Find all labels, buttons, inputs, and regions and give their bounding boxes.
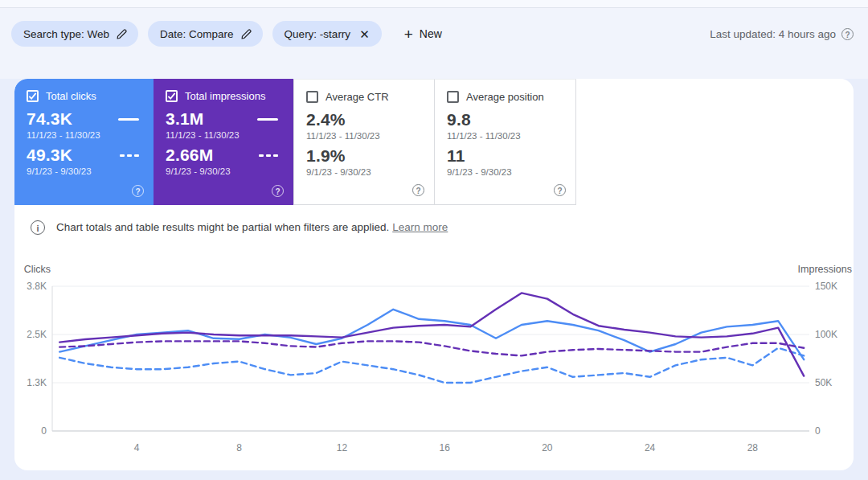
svg-text:Impressions: Impressions	[798, 264, 852, 275]
metric-previous-value: 49.3K	[27, 146, 72, 165]
metric-card-average-position[interactable]: Average position 9.8 11/1/23 - 11/30/23 …	[435, 79, 576, 205]
metric-previous-range: 9/1/23 - 9/30/23	[306, 167, 424, 177]
help-icon[interactable]: ?	[412, 184, 424, 196]
svg-text:28: 28	[747, 442, 759, 453]
new-filter-label: New	[420, 27, 442, 40]
new-filter-button[interactable]: + New	[398, 21, 448, 47]
metric-previous-value: 11	[447, 146, 465, 166]
help-icon[interactable]: ?	[554, 184, 566, 196]
svg-text:2.5K: 2.5K	[27, 329, 47, 340]
performance-chart[interactable]: 001.3K50K2.5K100K3.8K150KClicksImpressio…	[14, 261, 854, 462]
metric-label: Total impressions	[185, 90, 265, 102]
metric-current-range: 11/1/23 - 11/30/23	[27, 130, 144, 140]
help-icon[interactable]: ?	[132, 185, 144, 197]
filter-chip-date[interactable]: Date: Compare	[148, 21, 263, 47]
dashed-line-icon	[259, 154, 278, 157]
svg-text:12: 12	[337, 442, 348, 453]
metric-current-range: 11/1/23 - 11/30/23	[166, 130, 284, 140]
filter-chips: Search type: Web Date: Compare Query: -s…	[11, 21, 448, 47]
checkbox-unchecked-icon[interactable]	[306, 91, 318, 103]
solid-line-icon	[257, 118, 278, 121]
metric-current-value: 74.3K	[27, 109, 72, 129]
chip-label: Query: -starry	[285, 28, 351, 40]
learn-more-link[interactable]: Learn more	[392, 221, 448, 233]
info-icon: i	[31, 220, 45, 235]
last-updated: Last updated: 4 hours ago ?	[710, 21, 854, 47]
metric-label: Total clicks	[46, 90, 96, 102]
filter-bar: Search type: Web Date: Compare Query: -s…	[0, 8, 868, 79]
edit-icon[interactable]	[241, 28, 252, 39]
metric-cards-row: Total clicks 74.3K 11/1/23 - 11/30/23 49…	[14, 79, 854, 205]
svg-text:1.3K: 1.3K	[27, 377, 47, 388]
chip-label: Search type: Web	[23, 28, 109, 40]
solid-line-icon	[118, 118, 139, 121]
svg-text:8: 8	[236, 442, 242, 453]
svg-text:24: 24	[645, 442, 656, 453]
metric-current-value: 3.1M	[166, 109, 204, 129]
filter-chip-search-type[interactable]: Search type: Web	[11, 21, 138, 47]
info-text: Chart totals and table results might be …	[56, 221, 448, 233]
svg-text:3.8K: 3.8K	[27, 281, 47, 292]
filter-chip-query[interactable]: Query: -starry ✕	[272, 21, 382, 47]
svg-text:150K: 150K	[815, 281, 837, 292]
metric-card-total-impressions[interactable]: Total impressions 3.1M 11/1/23 - 11/30/2…	[154, 79, 293, 205]
dashed-line-icon	[120, 154, 139, 157]
checkbox-unchecked-icon[interactable]	[447, 91, 459, 103]
metric-label: Average CTR	[326, 91, 389, 103]
top-strip	[0, 0, 868, 7]
metric-previous-range: 9/1/23 - 9/30/23	[447, 167, 566, 177]
svg-text:16: 16	[439, 442, 450, 453]
checkbox-checked-icon[interactable]	[27, 90, 39, 102]
performance-panel: Total clicks 74.3K 11/1/23 - 11/30/23 49…	[14, 79, 854, 470]
metric-card-total-clicks[interactable]: Total clicks 74.3K 11/1/23 - 11/30/23 49…	[14, 79, 154, 205]
series-dashed-right	[59, 341, 804, 355]
plus-icon: +	[404, 27, 413, 42]
svg-text:0: 0	[41, 425, 47, 437]
svg-text:0: 0	[815, 425, 821, 437]
svg-text:50K: 50K	[815, 377, 832, 388]
svg-text:4: 4	[134, 442, 140, 453]
edit-icon[interactable]	[117, 28, 128, 39]
metric-card-average-ctr[interactable]: Average CTR 2.4% 11/1/23 - 11/30/23 1.9%…	[293, 79, 435, 205]
chip-label: Date: Compare	[160, 28, 234, 40]
metric-current-range: 11/1/23 - 11/30/23	[306, 131, 424, 141]
svg-text:20: 20	[542, 442, 553, 453]
metric-current-value: 2.4%	[306, 110, 346, 129]
metric-label: Average position	[466, 91, 544, 103]
metric-previous-value: 2.66M	[166, 146, 213, 165]
app: Search type: Web Date: Compare Query: -s…	[0, 0, 868, 470]
info-banner: i Chart totals and table results might b…	[14, 205, 854, 238]
metric-previous-range: 9/1/23 - 9/30/23	[27, 166, 144, 176]
metric-current-range: 11/1/23 - 11/30/23	[447, 131, 566, 141]
svg-text:Clicks: Clicks	[24, 264, 51, 275]
checkbox-checked-icon[interactable]	[166, 90, 178, 102]
metric-previous-range: 9/1/23 - 9/30/23	[166, 166, 284, 176]
last-updated-text: Last updated: 4 hours ago	[710, 28, 836, 40]
help-icon[interactable]: ?	[272, 185, 284, 197]
metric-previous-value: 1.9%	[306, 146, 346, 166]
help-icon[interactable]: ?	[841, 28, 854, 40]
series-dashed-left	[59, 348, 804, 383]
metric-current-value: 9.8	[447, 110, 471, 129]
close-icon[interactable]: ✕	[358, 27, 371, 41]
svg-text:100K: 100K	[815, 329, 837, 340]
